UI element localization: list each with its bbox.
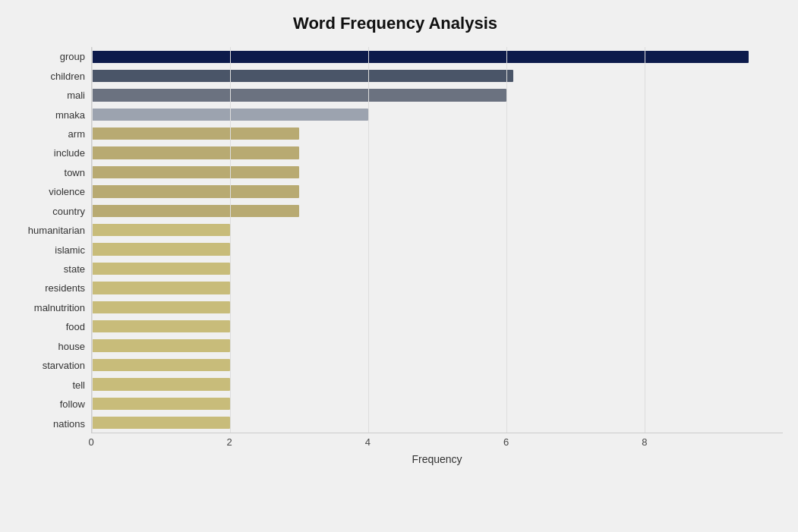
- x-tick: 4: [365, 436, 371, 448]
- bar: [92, 70, 513, 82]
- bar: [92, 51, 749, 63]
- y-label: residents: [45, 283, 85, 293]
- bar-row: [92, 279, 783, 297]
- bar: [92, 224, 230, 236]
- x-axis-label: Frequency: [91, 453, 783, 465]
- chart-area: groupchildrenmalimnakaarmincludetownviol…: [8, 47, 783, 465]
- bar: [92, 339, 230, 351]
- bar: [92, 263, 230, 275]
- bar-row: [92, 201, 783, 220]
- chart-title: Word Frequency Analysis: [8, 14, 783, 33]
- y-label: mnaka: [55, 110, 85, 120]
- bar-row: [92, 124, 783, 143]
- bar: [92, 243, 230, 255]
- bar: [92, 378, 230, 390]
- bar-row: [92, 259, 783, 278]
- x-tick: 8: [642, 436, 647, 448]
- bar-row: [92, 316, 783, 335]
- bar: [92, 127, 299, 140]
- bar-row: [92, 394, 783, 413]
- bar-row: [92, 413, 783, 432]
- y-label: violence: [49, 187, 85, 197]
- y-label: house: [58, 342, 85, 351]
- y-label: arm: [68, 129, 85, 139]
- x-tick: 2: [227, 436, 232, 448]
- bar: [92, 301, 230, 313]
- bar-row: [92, 105, 783, 124]
- bar-row: [92, 221, 783, 240]
- bar: [92, 282, 230, 294]
- bar-row: [92, 47, 783, 66]
- bar-row: [92, 182, 783, 201]
- y-label: islamic: [55, 245, 85, 255]
- bar: [92, 320, 230, 332]
- bars-wrapper: [91, 47, 783, 433]
- y-label: children: [50, 71, 85, 81]
- bar-row: [92, 86, 783, 105]
- y-label: malnutrition: [34, 303, 85, 313]
- bar: [92, 109, 368, 121]
- bar-row: [92, 297, 783, 316]
- y-label: include: [54, 148, 85, 158]
- bar: [92, 359, 230, 371]
- bars-section: groupchildrenmalimnakaarmincludetownviol…: [8, 47, 783, 433]
- bar: [92, 205, 299, 217]
- y-label: group: [60, 52, 85, 61]
- bar: [92, 166, 299, 178]
- bar-row: [92, 162, 783, 181]
- x-tick: 0: [88, 436, 93, 448]
- y-label: country: [52, 206, 85, 216]
- x-tick: 6: [503, 436, 509, 448]
- bar-row: [92, 240, 783, 259]
- y-label: food: [66, 322, 85, 332]
- y-label: state: [64, 264, 85, 274]
- bar: [92, 417, 230, 429]
- chart-container: Word Frequency Analysis groupchildrenmal…: [0, 0, 798, 532]
- y-label: nations: [53, 419, 85, 429]
- y-label: tell: [72, 380, 85, 390]
- bar-row: [92, 66, 783, 85]
- y-label: follow: [60, 399, 85, 409]
- bar: [92, 185, 299, 197]
- bar: [92, 398, 230, 410]
- y-label: mali: [67, 90, 85, 100]
- bar: [92, 89, 506, 101]
- y-label: humanitarian: [28, 225, 85, 235]
- bar-row: [92, 355, 783, 374]
- y-labels: groupchildrenmalimnakaarmincludetownviol…: [8, 47, 91, 433]
- bar-row: [92, 143, 783, 162]
- bar-row: [92, 336, 783, 355]
- y-label: town: [65, 168, 85, 178]
- bar: [92, 146, 299, 159]
- bar-row: [92, 375, 783, 394]
- y-label: starvation: [43, 360, 85, 370]
